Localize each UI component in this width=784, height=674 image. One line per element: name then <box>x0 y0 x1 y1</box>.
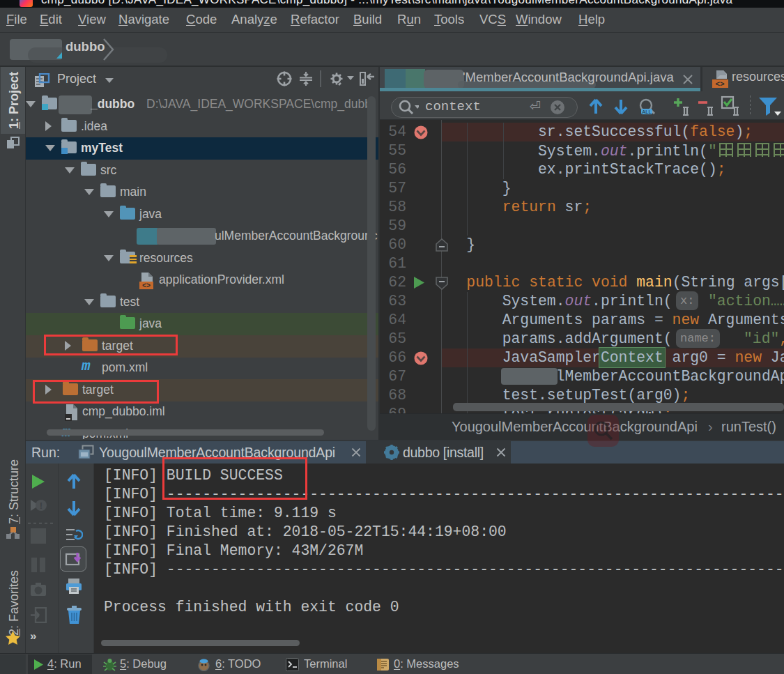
svg-text:<>: <> <box>142 282 151 290</box>
svg-text:ALL: ALL <box>642 109 651 115</box>
svg-text:<>: <> <box>715 80 725 89</box>
svg-text:!: ! <box>40 500 43 511</box>
